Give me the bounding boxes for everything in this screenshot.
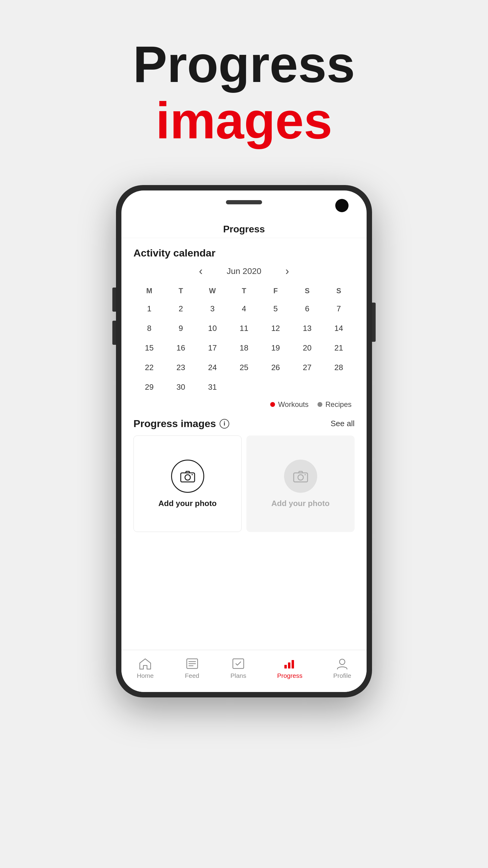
workouts-legend: Workouts	[270, 400, 308, 409]
progress-images-header: Progress images i See all	[133, 418, 355, 430]
calendar-week-1: 1 2 3 4 5 6 7	[133, 300, 355, 318]
cal-day-9[interactable]: 9	[165, 319, 197, 337]
hero-title: Progress images	[133, 36, 355, 149]
month-year-label: Jun 2020	[227, 267, 261, 276]
cal-day-16[interactable]: 16	[165, 339, 197, 357]
cal-day-5[interactable]: 5	[260, 300, 291, 318]
nav-feed[interactable]: Feed	[185, 657, 200, 679]
cal-day-13[interactable]: 13	[291, 319, 323, 337]
photo-card-2[interactable]: Add your photo	[247, 435, 355, 532]
progress-images-label: Progress images	[133, 418, 216, 430]
cal-day-28[interactable]: 28	[323, 359, 355, 376]
cal-day-31[interactable]: 31	[197, 378, 228, 396]
cal-empty-1	[228, 378, 260, 396]
cal-day-21[interactable]: 21	[323, 339, 355, 357]
activity-calendar-title: Activity calendar	[133, 247, 355, 259]
nav-progress-label: Progress	[277, 672, 302, 679]
calendar-week-4: 22 23 24 25 26 27 28	[133, 359, 355, 376]
cal-day-4[interactable]: 4	[228, 300, 260, 318]
svg-point-4	[298, 475, 303, 480]
nav-profile-label: Profile	[333, 672, 351, 679]
cal-day-6[interactable]: 6	[291, 300, 323, 318]
cal-day-14[interactable]: 14	[323, 319, 355, 337]
cal-day-8[interactable]: 8	[133, 319, 165, 337]
day-header-thu: T	[228, 284, 260, 298]
cal-day-15[interactable]: 15	[133, 339, 165, 357]
cal-day-29[interactable]: 29	[133, 378, 165, 396]
cal-day-23[interactable]: 23	[165, 359, 197, 376]
calendar-week-2: 8 9 10 11 12 13 14	[133, 319, 355, 337]
screen-content: Progress Activity calendar ‹ Jun 2020 › …	[121, 218, 367, 692]
cal-day-30[interactable]: 30	[165, 378, 197, 396]
cal-day-10[interactable]: 10	[197, 319, 228, 337]
calendar-header-row: M T W T F S S	[133, 284, 355, 298]
camera-hole	[335, 199, 349, 212]
cal-day-2[interactable]: 2	[165, 300, 197, 318]
svg-rect-11	[284, 665, 287, 669]
nav-profile[interactable]: Profile	[333, 657, 351, 679]
progress-icon	[282, 657, 297, 670]
photo-card-1[interactable]: Add your photo	[133, 435, 241, 532]
cal-day-27[interactable]: 27	[291, 359, 323, 376]
nav-progress[interactable]: Progress	[277, 657, 302, 679]
svg-rect-12	[288, 662, 290, 669]
nav-feed-label: Feed	[185, 672, 199, 679]
workouts-label: Workouts	[278, 400, 308, 409]
hero-line1: Progress	[133, 36, 355, 93]
bottom-nav: Home Feed	[121, 650, 367, 692]
cal-empty-2	[260, 378, 291, 396]
calendar-legend: Workouts Recipes	[133, 400, 355, 409]
svg-rect-13	[292, 660, 294, 669]
calendar-grid: M T W T F S S 1 2 3	[133, 284, 355, 396]
nav-home-label: Home	[137, 672, 154, 679]
camera-icon-1	[180, 470, 195, 482]
progress-images-title-group: Progress images i	[133, 418, 229, 430]
photo-label-1: Add your photo	[158, 499, 217, 508]
day-header-fri: F	[260, 284, 291, 298]
camera-icon-2	[293, 470, 308, 482]
day-header-tue: T	[165, 284, 197, 298]
cal-day-11[interactable]: 11	[228, 319, 260, 337]
cal-day-7[interactable]: 7	[323, 300, 355, 318]
plans-icon	[231, 657, 246, 670]
svg-point-5	[304, 474, 306, 475]
camera-circle-1	[171, 460, 204, 493]
calendar-nav: ‹ Jun 2020 ›	[133, 265, 355, 278]
svg-point-1	[185, 475, 190, 480]
camera-circle-2	[284, 460, 317, 493]
cal-day-17[interactable]: 17	[197, 339, 228, 357]
cal-day-24[interactable]: 24	[197, 359, 228, 376]
nav-plans[interactable]: Plans	[230, 657, 247, 679]
phone-screen: Progress Activity calendar ‹ Jun 2020 › …	[121, 190, 367, 692]
cal-empty-3	[291, 378, 323, 396]
phone-body: Progress Activity calendar ‹ Jun 2020 › …	[116, 185, 372, 698]
cal-day-12[interactable]: 12	[260, 319, 291, 337]
svg-point-14	[339, 659, 345, 664]
cal-day-20[interactable]: 20	[291, 339, 323, 357]
see-all-button[interactable]: See all	[331, 419, 355, 428]
prev-month-button[interactable]: ‹	[199, 265, 202, 278]
home-icon	[138, 657, 153, 670]
hero-line2: images	[133, 93, 355, 149]
calendar-week-3: 15 16 17 18 19 20 21	[133, 339, 355, 357]
photo-label-2: Add your photo	[271, 499, 330, 508]
cal-day-25[interactable]: 25	[228, 359, 260, 376]
next-month-button[interactable]: ›	[286, 265, 289, 278]
cal-day-26[interactable]: 26	[260, 359, 291, 376]
workouts-dot	[270, 402, 275, 407]
cal-day-19[interactable]: 19	[260, 339, 291, 357]
info-icon[interactable]: i	[220, 419, 229, 429]
photo-grid: Add your photo Add	[133, 435, 355, 532]
cal-day-3[interactable]: 3	[197, 300, 228, 318]
cal-day-18[interactable]: 18	[228, 339, 260, 357]
side-button-volume-up	[112, 287, 116, 312]
day-header-sun: S	[323, 284, 355, 298]
side-button-power	[372, 303, 376, 342]
nav-plans-label: Plans	[230, 672, 247, 679]
profile-icon	[335, 657, 350, 670]
recipes-dot	[318, 402, 322, 407]
cal-day-22[interactable]: 22	[133, 359, 165, 376]
screen-body: Activity calendar ‹ Jun 2020 › M T W T F	[121, 238, 367, 532]
cal-day-1[interactable]: 1	[133, 300, 165, 318]
nav-home[interactable]: Home	[137, 657, 154, 679]
